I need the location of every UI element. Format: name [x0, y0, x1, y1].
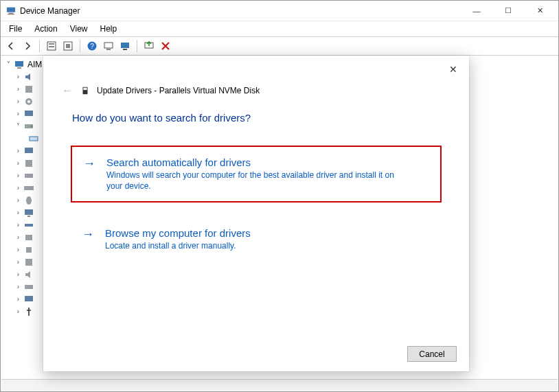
- cancel-action-icon[interactable]: [159, 40, 172, 52]
- option-browse-computer[interactable]: → Browse my computer for drivers Locate …: [71, 218, 442, 261]
- menu-help[interactable]: Help: [95, 23, 124, 35]
- back-icon[interactable]: [5, 40, 17, 52]
- twisty-collapsed-icon[interactable]: ›: [14, 244, 22, 256]
- arrow-right-icon: →: [82, 157, 97, 170]
- sound-icon: [23, 269, 34, 280]
- menu-view[interactable]: View: [65, 23, 95, 35]
- svg-rect-27: [24, 186, 34, 190]
- usb-icon: [23, 306, 34, 317]
- mouse-icon: [23, 195, 34, 206]
- twisty-collapsed-icon[interactable]: ›: [14, 83, 22, 95]
- svg-rect-23: [30, 137, 38, 141]
- dialog-back-button[interactable]: ←: [61, 84, 73, 97]
- option-title: Search automatically for drivers: [106, 157, 395, 168]
- window-title: Device Manager: [20, 6, 80, 16]
- disable-device-icon[interactable]: [119, 40, 131, 52]
- twisty-expanded-icon[interactable]: ˅: [5, 58, 12, 71]
- toolbar-separator: [137, 40, 137, 52]
- cancel-button[interactable]: Cancel: [407, 346, 457, 362]
- dialog-buttons: Cancel: [407, 346, 457, 362]
- statusbar: [1, 379, 558, 391]
- disk-icon: [28, 133, 39, 144]
- twisty-collapsed-icon[interactable]: ›: [14, 268, 22, 281]
- uninstall-device-icon[interactable]: [143, 40, 155, 52]
- dialog-close-button[interactable]: ✕: [443, 61, 464, 78]
- option-search-automatically[interactable]: → Search automatically for drivers Windo…: [71, 146, 442, 203]
- properties-icon[interactable]: [45, 40, 58, 52]
- device-manager-icon: [6, 6, 16, 16]
- tree-root-label: AIM: [27, 58, 42, 71]
- twisty-collapsed-icon[interactable]: ›: [14, 157, 22, 170]
- update-driver-icon[interactable]: [102, 40, 115, 52]
- svg-rect-35: [25, 285, 33, 289]
- svg-point-28: [26, 196, 32, 205]
- hid-icon: [23, 158, 34, 169]
- svg-rect-31: [25, 224, 33, 227]
- menu-action[interactable]: Action: [29, 23, 64, 35]
- twisty-collapsed-icon[interactable]: ›: [14, 71, 22, 83]
- close-button[interactable]: ✕: [524, 1, 556, 21]
- svg-rect-13: [123, 49, 127, 50]
- help-icon[interactable]: ?: [86, 40, 98, 52]
- twisty-collapsed-icon[interactable]: ›: [14, 182, 22, 194]
- svg-rect-15: [15, 61, 23, 67]
- monitors-icon: [23, 207, 34, 218]
- svg-rect-30: [27, 216, 30, 217]
- titlebar-left: Device Manager: [6, 6, 80, 16]
- svg-rect-10: [104, 43, 113, 48]
- svg-rect-2: [8, 14, 15, 14]
- twisty-collapsed-icon[interactable]: ›: [14, 207, 22, 219]
- dialog-title: Update Drivers - Parallels Virtual NVMe …: [97, 86, 260, 95]
- svg-rect-24: [25, 148, 33, 153]
- svg-rect-32: [25, 235, 32, 240]
- svg-text:?: ?: [90, 43, 94, 50]
- twisty-collapsed-icon[interactable]: ›: [14, 219, 22, 231]
- svg-point-19: [27, 100, 30, 103]
- twisty-collapsed-icon[interactable]: ›: [14, 281, 22, 293]
- svg-rect-16: [17, 67, 21, 69]
- twisty-collapsed-icon[interactable]: ›: [14, 95, 22, 108]
- scan-hardware-icon[interactable]: [62, 40, 74, 52]
- dialog-question: How do you want to search for drivers?: [43, 100, 469, 130]
- twisty-collapsed-icon[interactable]: ›: [14, 256, 22, 268]
- twisty-collapsed-icon[interactable]: ›: [14, 305, 22, 318]
- svg-rect-4: [49, 43, 54, 45]
- software-devices-icon: [23, 257, 34, 268]
- system-devices-icon: [23, 294, 34, 305]
- bluetooth-icon: [23, 84, 34, 95]
- twisty-collapsed-icon[interactable]: ›: [14, 145, 22, 157]
- keyboard-icon: [23, 183, 34, 194]
- display-adapters-icon: [23, 146, 34, 157]
- twisty-expanded-icon[interactable]: ˅: [14, 120, 22, 132]
- twisty-collapsed-icon[interactable]: ›: [14, 231, 22, 244]
- svg-rect-38: [83, 88, 87, 91]
- maximize-button[interactable]: ☐: [492, 1, 524, 21]
- svg-rect-34: [25, 259, 32, 266]
- twisty-collapsed-icon[interactable]: ›: [14, 293, 22, 305]
- option-title: Browse my computer for drivers: [105, 227, 251, 239]
- camera-icon: [23, 96, 34, 107]
- disk-drives-icon: [23, 121, 34, 132]
- svg-rect-1: [9, 12, 14, 14]
- toolbar-separator: [80, 40, 80, 52]
- twisty-collapsed-icon[interactable]: ›: [14, 170, 22, 182]
- menubar: File Action View Help: [1, 21, 558, 36]
- twisty-collapsed-icon[interactable]: ›: [14, 194, 22, 207]
- storage-icon: [23, 281, 34, 292]
- svg-rect-33: [26, 247, 32, 253]
- option-body: Browse my computer for drivers Locate an…: [105, 227, 251, 251]
- titlebar: Device Manager — ☐ ✕: [1, 1, 558, 21]
- svg-rect-12: [121, 43, 129, 48]
- minimize-button[interactable]: —: [461, 1, 492, 21]
- forward-icon[interactable]: [21, 40, 34, 52]
- svg-rect-5: [49, 46, 54, 47]
- ide-controllers-icon: [23, 170, 34, 181]
- update-drivers-dialog: ✕ ← Update Drivers - Parallels Virtual N…: [43, 56, 469, 371]
- option-description: Windows will search your computer for th…: [106, 170, 395, 192]
- svg-rect-20: [25, 111, 33, 116]
- menu-file[interactable]: File: [3, 23, 29, 35]
- computer-icon: [14, 59, 25, 70]
- twisty-collapsed-icon[interactable]: ›: [14, 108, 22, 120]
- svg-rect-11: [106, 49, 111, 50]
- svg-rect-36: [25, 296, 33, 301]
